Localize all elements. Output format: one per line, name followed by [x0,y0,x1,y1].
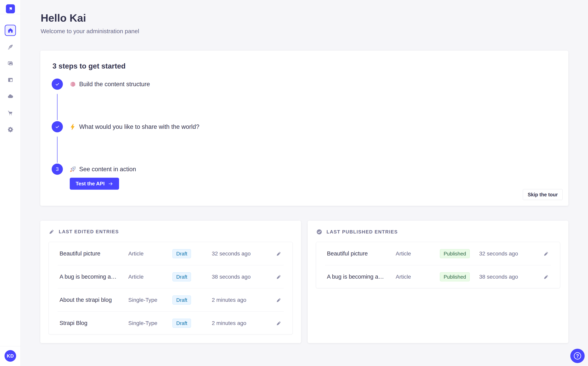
edit-entry-button[interactable] [276,297,282,303]
sidebar-divider [0,346,20,346]
edit-entry-button[interactable] [276,320,282,326]
entry-title: Strapi Blog [60,320,128,326]
table-row: About the strapi blog Single-Type Draft … [49,289,293,311]
entry-type: Article [128,274,172,280]
user-avatar[interactable]: KD [5,350,16,362]
skip-tour-button[interactable]: Skip the tour [523,189,563,200]
sidebar-item-marketplace[interactable] [5,107,16,119]
edit-entry-button[interactable] [276,274,282,280]
step-connector [57,137,58,163]
question-mark-icon: ? [574,352,581,359]
entry-title: Beautiful picture [60,250,128,257]
onboarding-title: 3 steps to get started [53,62,125,70]
cloud-icon [7,93,14,99]
status-badge: Draft [172,272,191,281]
pencil-icon [543,251,549,257]
last-published-card: LAST PUBLISHED ENTRIES Beautiful picture… [308,221,568,343]
entry-title: About the strapi blog [60,297,128,303]
page-title: Hello Kai [41,12,86,24]
status-badge: Draft [172,319,191,328]
entry-title: A bug is becoming a… [327,274,396,280]
table-row: Strapi Blog Single-Type Draft 2 minutes … [49,312,293,334]
home-icon [8,28,13,33]
step-connector [57,94,58,120]
entry-time: 32 seconds ago [212,251,268,257]
status-badge: Published [440,272,470,281]
entry-type: Single-Type [128,320,172,326]
feather-icon [8,44,13,50]
strapi-logo-icon [8,6,13,11]
brain-emoji-icon [69,81,77,88]
entry-type: Article [128,251,172,257]
pencil-icon [276,251,282,257]
zap-emoji-icon [69,123,77,130]
pencil-icon [276,297,282,303]
entry-type: Article [396,274,440,280]
entry-time: 38 seconds ago [479,274,535,280]
entry-time: 2 minutes ago [212,297,268,303]
pencil-icon [543,274,549,280]
step-3-label: See content in action [79,166,136,173]
step-1-label: Build the content structure [79,81,150,88]
entry-type: Article [396,251,440,257]
page-subtitle: Welcome to your administration panel [41,28,139,35]
entry-time: 32 seconds ago [479,251,535,257]
check-icon [55,124,60,130]
sidebar-item-home[interactable] [5,25,16,36]
step-2-indicator [52,121,63,132]
strapi-logo[interactable] [6,4,15,13]
step-1: Build the content structure [69,78,150,90]
entry-time: 2 minutes ago [212,320,268,326]
status-badge: Draft [172,249,191,258]
last-edited-card: LAST EDITED ENTRIES Beautiful picture Ar… [40,221,301,343]
last-edited-table: Beautiful picture Article Draft 32 secon… [48,242,293,334]
help-button[interactable]: ? [570,349,585,363]
sidebar-item-settings[interactable] [5,124,16,135]
sidebar: KD [0,0,21,366]
table-row: A bug is becoming a… Article Draft 38 se… [49,265,293,288]
step-2: What would you like to share with the wo… [69,121,199,132]
last-published-table: Beautiful picture Article Published 32 s… [316,242,560,288]
step-3: See content in action [69,164,136,175]
edit-entry-button[interactable] [543,274,549,280]
step-3-number: 3 [56,166,59,172]
step-2-label: What would you like to share with the wo… [79,123,199,130]
status-badge: Draft [172,296,191,305]
last-published-title: LAST PUBLISHED ENTRIES [326,229,398,235]
main-content: Hello Kai Welcome to your administration… [21,0,588,366]
sidebar-item-content-type-builder[interactable] [5,74,16,85]
table-row: A bug is becoming a… Article Published 3… [316,265,560,288]
step-3-indicator: 3 [52,164,63,175]
last-edited-title: LAST EDITED ENTRIES [59,229,119,235]
entry-title: Beautiful picture [327,250,396,257]
table-row: Beautiful picture Article Draft 32 secon… [49,242,293,265]
sidebar-item-content-manager[interactable] [5,41,16,53]
cart-icon [8,110,13,116]
sidebar-item-cloud[interactable] [5,91,16,102]
onboarding-card: 3 steps to get started Build the content… [40,51,568,206]
pencil-icon [276,320,282,326]
check-icon [55,82,60,87]
pencil-icon [276,274,282,280]
check-circle-icon [316,229,323,235]
step-1-indicator [52,78,63,90]
entry-title: A bug is becoming a… [60,274,128,280]
layout-icon [8,77,13,83]
test-api-label: Test the API [76,181,105,187]
sidebar-item-media-library[interactable] [5,58,16,69]
edit-entry-button[interactable] [543,251,549,257]
test-api-button[interactable]: Test the API [70,178,119,190]
avatar-initials: KD [7,353,14,359]
gear-icon [8,126,13,132]
table-row: Beautiful picture Article Published 32 s… [316,242,560,265]
last-published-header: LAST PUBLISHED ENTRIES [316,229,398,235]
images-icon [8,61,13,66]
edit-entry-button[interactable] [276,251,282,257]
entry-time: 38 seconds ago [212,274,268,280]
pencil-icon [48,229,55,235]
status-badge: Published [440,249,470,258]
entry-type: Single-Type [128,297,172,303]
rocket-emoji-icon [69,166,77,173]
arrow-right-icon [108,181,113,186]
last-edited-header: LAST EDITED ENTRIES [48,229,119,235]
